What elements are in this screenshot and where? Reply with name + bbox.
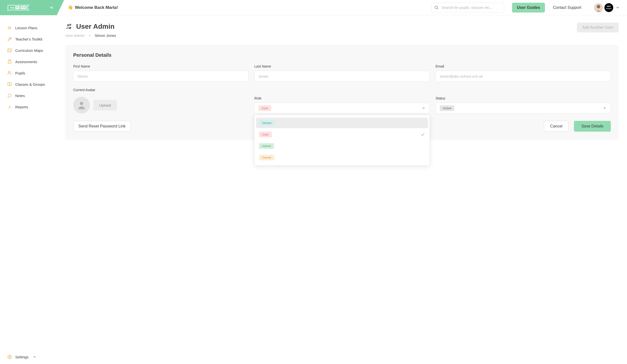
sidebar-settings[interactable]: Settings — [0, 350, 57, 364]
contact-support-link[interactable]: Contact Support — [553, 5, 581, 10]
welcome-text: Welcome Back Marta! — [75, 5, 118, 10]
users-group-icon — [65, 23, 73, 30]
svg-text:HUB: HUB — [21, 6, 26, 9]
user-guides-button[interactable]: User Guides — [512, 3, 545, 12]
collapse-sidebar-button[interactable] — [49, 5, 54, 10]
current-avatar — [73, 97, 90, 113]
school-badge: ABCSCHOOL — [604, 3, 613, 12]
tools-icon — [7, 37, 12, 41]
nav-label: Notes — [15, 94, 25, 98]
card-title: Personal Details — [73, 52, 611, 58]
avatar-label: Current Avatar — [73, 88, 248, 92]
sidebar: THEPEHUB Lesson Plans Teacher's Toolkit … — [0, 0, 57, 364]
page-title: User Admin — [76, 23, 114, 30]
search-input[interactable] — [431, 3, 504, 12]
nav-label: Classes & Groups — [15, 82, 45, 86]
email-label: Email — [436, 64, 611, 68]
brand-logo: THEPEHUB — [7, 4, 29, 11]
topbar: 👋 Welcome Back Marta! User Guides Contac… — [57, 0, 627, 15]
role-selected-badge: User — [259, 105, 271, 111]
svg-text:PE: PE — [16, 6, 19, 9]
role-option-viewer[interactable]: Viewer — [256, 118, 428, 128]
users-icon — [7, 71, 12, 75]
svg-text:ABC: ABC — [607, 5, 611, 7]
content: User Admin User Admin Simon Jones Add An… — [57, 15, 627, 364]
status-label: Status — [436, 96, 611, 100]
svg-point-14 — [435, 6, 438, 9]
svg-marker-5 — [8, 49, 12, 52]
sidebar-item-assessments[interactable]: Assessments — [0, 56, 57, 67]
reset-password-button[interactable]: Send Reset Password Link — [73, 121, 131, 132]
gear-icon — [7, 355, 12, 359]
save-button[interactable]: Save Details — [574, 121, 611, 132]
nav-label: Teacher's Toolkit — [15, 37, 42, 41]
role-option-owner[interactable]: Owner — [256, 152, 428, 163]
nav-label: Assessments — [15, 60, 37, 64]
user-avatar — [594, 3, 603, 12]
page-header: User Admin User Admin Simon Jones Add An… — [65, 23, 619, 38]
first-name-input[interactable] — [73, 71, 248, 82]
sidebar-item-classes-groups[interactable]: Classes & Groups — [0, 79, 57, 90]
role-option-user[interactable]: User — [256, 129, 428, 140]
svg-text:SCHOOL: SCHOOL — [606, 8, 612, 9]
main: 👋 Welcome Back Marta! User Guides Contac… — [57, 0, 627, 364]
wave-emoji: 👋 — [68, 5, 73, 10]
search-icon — [434, 6, 438, 9]
upload-avatar-button[interactable]: Upload — [93, 100, 117, 110]
svg-point-13 — [9, 356, 10, 358]
svg-rect-8 — [9, 60, 10, 61]
role-dropdown: Viewer User Admin Owner — [254, 115, 429, 165]
sidebar-item-lesson-plans[interactable]: Lesson Plans — [0, 22, 57, 33]
sidebar-item-pupils[interactable]: Pupils — [0, 67, 57, 79]
check-icon — [421, 132, 425, 137]
svg-point-21 — [67, 25, 69, 26]
first-name-label: First Name — [73, 64, 248, 68]
svg-line-15 — [437, 8, 438, 9]
svg-point-17 — [597, 5, 600, 8]
cancel-button[interactable]: Cancel — [544, 121, 569, 132]
graduation-cap-icon — [7, 26, 12, 30]
personal-details-card: Personal Details First Name Last Name Em… — [65, 45, 619, 140]
status-select[interactable]: Active — [436, 103, 611, 113]
last-name-input[interactable] — [254, 71, 429, 82]
chat-icon — [7, 93, 12, 98]
role-label: Role — [254, 96, 429, 100]
role-option-label: Admin — [259, 143, 274, 149]
breadcrumb-root[interactable]: User Admin — [65, 33, 85, 38]
breadcrumb: User Admin Simon Jones — [65, 33, 116, 38]
chevron-down-icon — [421, 106, 425, 110]
role-option-label: Viewer — [259, 120, 275, 126]
book-icon — [7, 82, 12, 86]
add-user-button[interactable]: Add Another User — [577, 23, 619, 32]
svg-point-18 — [605, 4, 613, 11]
svg-text:THE: THE — [10, 7, 14, 9]
bar-chart-icon — [7, 105, 12, 109]
nav-label: Pupils — [15, 71, 25, 75]
chevron-down-icon — [603, 106, 607, 110]
sidebar-item-toolkit[interactable]: Teacher's Toolkit — [0, 33, 57, 45]
chevron-up-icon — [33, 355, 36, 359]
account-menu[interactable]: ABCSCHOOL — [594, 3, 620, 12]
sidebar-item-curriculum-maps[interactable]: Curriculum Maps — [0, 45, 57, 56]
role-option-label: User — [259, 132, 271, 137]
role-option-admin[interactable]: Admin — [256, 141, 428, 151]
settings-label: Settings — [15, 355, 29, 359]
nav-label: Curriculum Maps — [15, 48, 43, 52]
sidebar-item-reports[interactable]: Reports — [0, 101, 57, 112]
svg-point-23 — [70, 27, 71, 29]
chevron-right-icon — [88, 34, 91, 37]
nav-label: Lesson Plans — [15, 26, 37, 30]
logo-area: THEPEHUB — [0, 0, 57, 15]
role-select[interactable]: User — [254, 103, 429, 113]
nav-label: Reports — [15, 105, 28, 109]
svg-point-9 — [8, 71, 10, 73]
search-box — [431, 3, 504, 12]
breadcrumb-current: Simon Jones — [95, 33, 116, 38]
map-icon — [7, 48, 12, 52]
sidebar-item-notes[interactable]: Notes — [0, 90, 57, 101]
last-name-label: Last Name — [254, 64, 429, 68]
email-input[interactable] — [436, 71, 611, 82]
role-option-label: Owner — [259, 155, 274, 160]
svg-point-24 — [80, 102, 83, 105]
svg-point-22 — [70, 24, 71, 25]
